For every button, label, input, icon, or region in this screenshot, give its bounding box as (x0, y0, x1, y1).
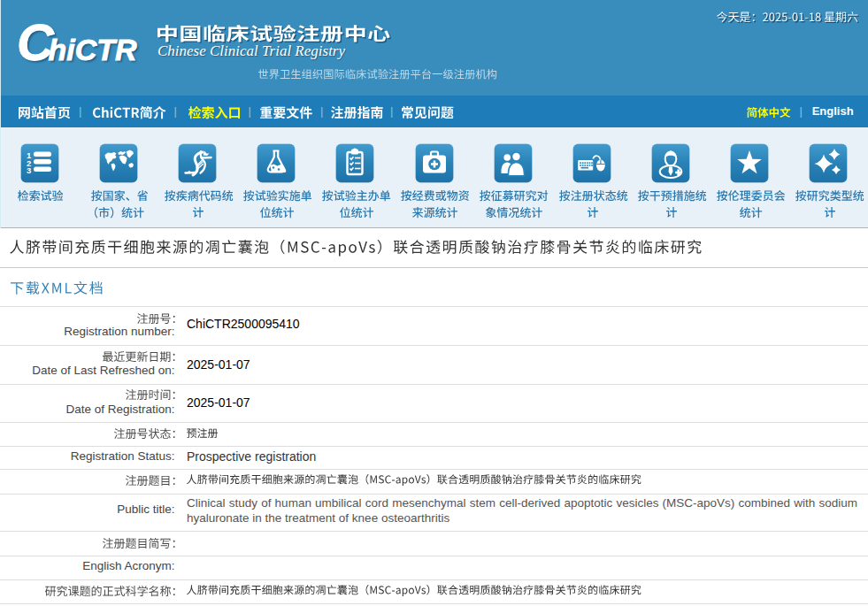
svg-text:3: 3 (27, 165, 31, 175)
